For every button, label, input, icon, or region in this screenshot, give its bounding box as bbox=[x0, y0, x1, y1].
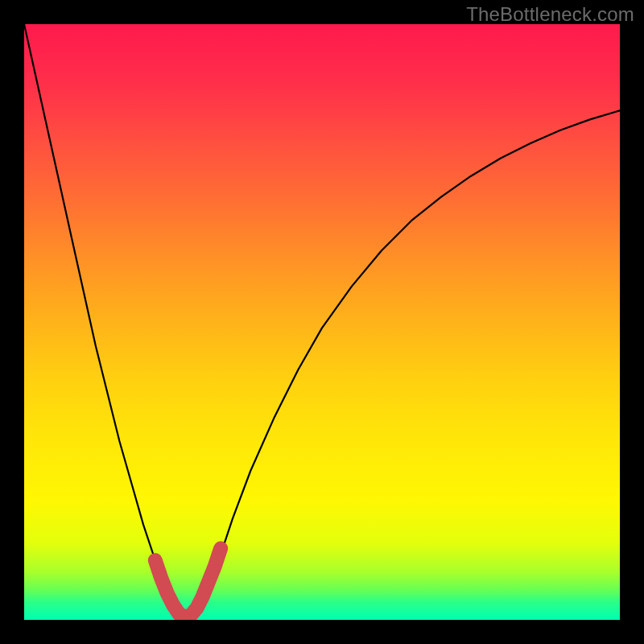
chart-frame: TheBottleneck.com bbox=[0, 0, 644, 644]
bottleneck-curve bbox=[24, 24, 620, 617]
curve-layer bbox=[24, 24, 620, 620]
plot-area bbox=[24, 24, 620, 620]
highlight-min-segment bbox=[155, 548, 221, 617]
watermark-text: TheBottleneck.com bbox=[466, 3, 634, 26]
